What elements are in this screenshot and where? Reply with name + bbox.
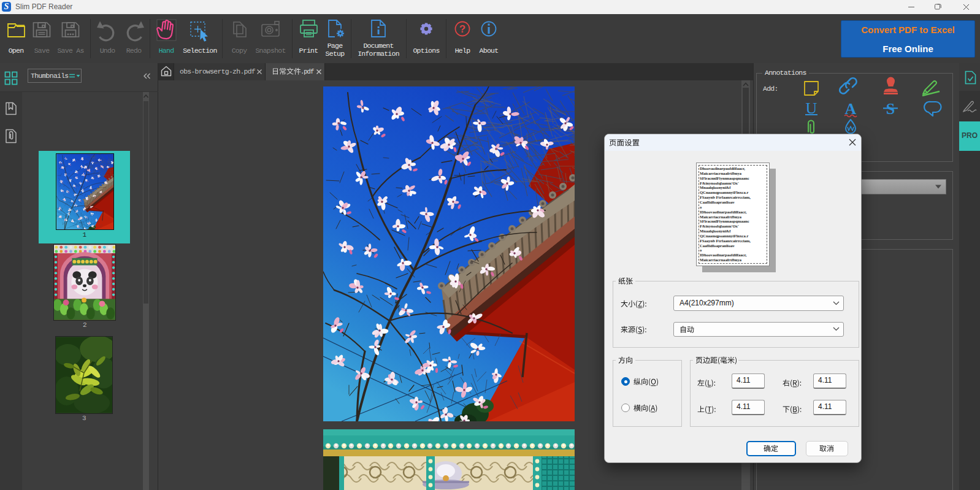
svg-text:?: ? [459, 23, 465, 35]
